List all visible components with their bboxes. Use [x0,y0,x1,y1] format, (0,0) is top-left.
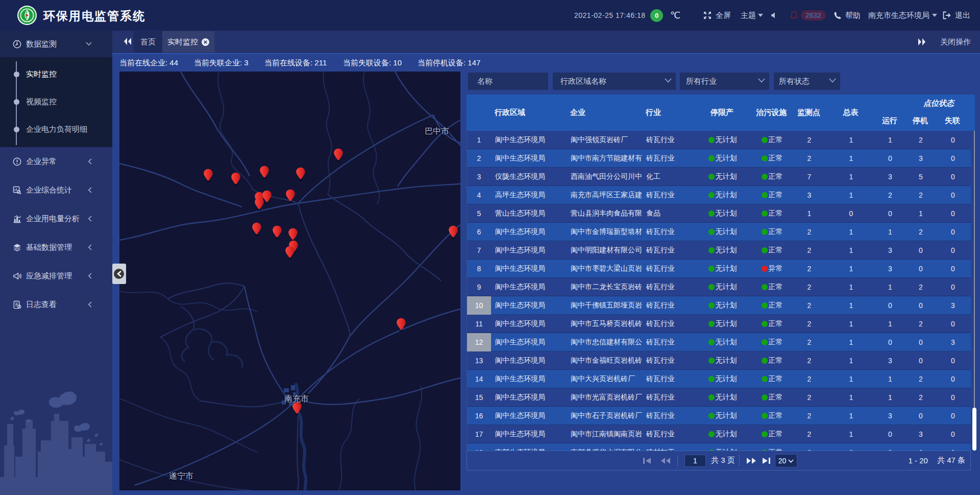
map-pin-icon[interactable] [273,226,281,239]
map-pin-icon[interactable] [262,191,271,204]
cell-company: 阆中市五马桥页岩机砖 [567,315,643,333]
map-pin-icon[interactable] [231,173,240,186]
map-city-label: 南充市 [284,394,309,405]
table-row[interactable]: 16阆中生态环境局阆中市石子页岩机砖厂砖瓦行业无计划正常21300 [467,407,971,425]
cell-monitor-count: 2 [790,333,829,351]
cell-lost-count: 0 [935,149,971,168]
page-number-input[interactable] [684,455,706,467]
table-row[interactable]: 9阆中生态环境局阆中市二龙长宝页岩砖砖瓦行业无计划正常21120 [467,278,971,296]
cell-run-count: 1 [873,223,907,241]
map-pin-icon[interactable] [286,190,295,203]
mute-button[interactable] [771,0,778,31]
next-page-button[interactable] [746,451,757,470]
map-pin-icon[interactable] [260,166,268,179]
help-button[interactable]: 帮助 [834,0,861,31]
table-row[interactable]: 15阆中生态环境局阆中市光富页岩机砖厂砖瓦行业无计划正常21120 [467,388,971,407]
cell-production: 无计划 [691,149,754,168]
notifications-button[interactable]: 2632 [790,0,826,31]
sidebar-item-realtime-monitor[interactable]: 实时监控 [0,60,112,88]
col-header-region[interactable]: 行政区域 [495,95,525,131]
sidebar-item-company-stats[interactable]: 企业综合统计 [0,176,112,204]
cell-monitor-count: 2 [790,407,829,425]
cell-region: 阆中生态环境局 [491,425,567,443]
col-header-monitor[interactable]: 监测点 [789,95,828,131]
logout-button[interactable]: 退出 [942,0,970,31]
alert-circle-icon [13,157,21,166]
status-dot-green [762,376,768,382]
prev-page-button[interactable] [660,451,671,470]
table-row[interactable]: 4高坪生态环境局南充市高坪区王家店建砖瓦行业无计划正常31220 [467,186,971,204]
sidebar-item-base-data[interactable]: 基础数据管理 [0,233,112,262]
fullscreen-label: 全屏 [716,11,731,20]
table-row[interactable]: 17阆中生态环境局阆中市江南镇阆南页岩砖瓦行业无计划正常21030 [467,425,971,443]
col-header-industry[interactable]: 行业 [646,95,661,131]
table-row[interactable]: 1阆中生态环境局阆中强锐页岩砖厂砖瓦行业无计划正常21120 [467,131,971,149]
table-row[interactable]: 7阆中生态环境局阆中明阳建材有限公司砖瓦行业无计划正常21300 [467,241,971,260]
sidebar-item-video-monitor[interactable]: 视频监控 [0,88,112,115]
name-filter-input[interactable]: 名称 [468,73,548,90]
tabs-scroll-right-icon[interactable] [917,37,927,46]
tab-home[interactable]: 首页 [134,31,162,53]
tabs-scroll-left-icon[interactable] [122,37,133,46]
org-dropdown[interactable]: 南充市生态环境局 [868,0,937,31]
sidebar-item-data-monitor[interactable]: 数据监测 [0,31,112,57]
map-collapse-button[interactable] [112,264,126,284]
cell-meter-count: 1 [829,351,873,370]
col-header-production[interactable]: 停限产 [690,95,754,131]
sidebar-item-power-analysis[interactable]: 企业用电量分析 [0,204,112,233]
status-dot-green [708,210,715,217]
col-header-facility[interactable]: 治污设施 [754,95,789,131]
status-filter-select[interactable]: 所有状态 [774,73,840,90]
map-pin-icon[interactable] [334,149,342,162]
bar-chart-icon [13,215,21,223]
last-page-button[interactable] [762,451,771,470]
col-header-company[interactable]: 企业 [570,95,585,131]
table-row[interactable]: 6阆中生态环境局阆中市金博瑞新型墙材砖瓦行业无计划正常21120 [467,223,971,241]
tab-realtime-monitor[interactable]: 实时监控 [162,31,214,53]
col-header-meter[interactable]: 总表 [828,95,873,131]
cell-industry: 砖瓦行业 [643,149,691,168]
table-row[interactable]: 12阆中生态环境局阆中市忠信建材有限公砖瓦行业无计划正常21003 [467,333,971,351]
cell-company: 西南油气田分公司川中 [567,168,643,186]
col-header-halt[interactable]: 停机 [906,113,934,128]
map-pin-icon[interactable] [296,168,305,181]
table-row[interactable]: 8阆中生态环境局阆中市枣碧大梁山页岩砖瓦行业无计划异常21300 [467,260,971,278]
chevron-down-icon [86,42,92,46]
table-row[interactable]: 3仪陇生态环境局西南油气田分公司川中化工无计划正常71350 [467,168,971,186]
map-pin-icon[interactable] [397,318,405,332]
table-row[interactable]: 11阆中生态环境局阆中市五马桥页岩机砖砖瓦行业无计划正常21120 [467,315,971,333]
page-size-select[interactable]: 20 [775,454,797,467]
map-pin-icon[interactable] [252,223,261,236]
phone-icon [834,11,842,19]
table-row[interactable]: 13阆中生态环境局阆中市金福旺页岩机砖砖瓦行业无计划正常21300 [467,351,971,370]
close-icon[interactable] [202,38,209,46]
map-pin-icon[interactable] [285,246,294,260]
sidebar-item-emergency[interactable]: 应急减排管理 [0,262,112,290]
map-pin-icon[interactable] [255,198,263,211]
table-row[interactable]: 10阆中生态环境局阆中千佛镇五郎垭页岩砖瓦行业无计划正常21003 [467,296,971,315]
map-pin-icon[interactable] [204,169,212,182]
map[interactable]: 巴中市南充市遂宁市 [119,72,460,490]
table-row[interactable]: 5营山生态环境局营山县润丰肉食品有限食品无计划正常10010 [467,204,971,223]
scrollbar-track[interactable] [972,131,976,451]
cell-run-count: 1 [873,131,907,149]
cell-halt-count: 2 [907,278,935,296]
fullscreen-button[interactable]: 全屏 [703,0,731,31]
table-row[interactable]: 18南部生态环境局南部县观华水泥有限公建材加工无计划正常62060 [467,443,971,451]
col-header-lost[interactable]: 失联 [934,113,971,128]
first-page-button[interactable] [643,451,651,470]
table-row[interactable]: 2阆中生态环境局阆中市南方节能建材有砖瓦行业无计划正常21030 [467,149,971,168]
sidebar-item-company-abnormal[interactable]: 企业异常 [0,147,112,176]
region-filter-select[interactable]: 行政区域名称 [553,73,676,90]
sidebar-item-logs[interactable]: 日志查看 [0,290,112,319]
sidebar-item-power-load-detail[interactable]: 企业电力负荷明细 [0,115,112,143]
map-pin-icon[interactable] [288,228,297,242]
industry-filter-select[interactable]: 所有行业 [680,73,769,90]
col-header-run[interactable]: 运行 [873,113,906,128]
table-row[interactable]: 14阆中生态环境局阆中大兴页岩机砖厂砖瓦行业无计划正常21120 [467,370,971,388]
cell-facility: 正常 [754,131,790,149]
map-pin-icon[interactable] [449,226,457,239]
close-operations-button[interactable]: 关闭操作 [940,37,971,47]
scrollbar-thumb[interactable] [972,408,976,451]
theme-dropdown[interactable]: 主题 [741,0,763,31]
